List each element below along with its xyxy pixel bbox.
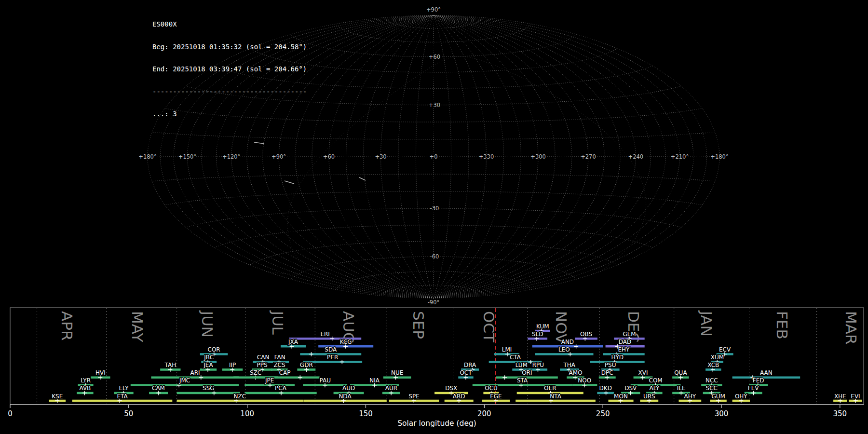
shower-label: JXA <box>288 339 298 345</box>
shower-peak-marker <box>574 344 578 349</box>
shower-label: NOO <box>578 377 591 384</box>
shower-label: DKD <box>599 385 612 392</box>
month-label: MAY <box>129 311 146 342</box>
shower-label: ETA <box>117 393 128 400</box>
galactic-plane-line <box>267 56 646 274</box>
pole-label-south: -90° <box>428 299 440 306</box>
month-label: APR <box>58 311 76 340</box>
activity-timeline: APRMAYJUNJULAUGSEPOCTNOVDECJANFEBMARKUME… <box>8 308 864 428</box>
shower-label: JMC <box>179 377 190 384</box>
shower-label: AMO <box>569 369 583 376</box>
shower-label: ARD <box>453 393 465 400</box>
shower-label: ORI <box>522 369 532 376</box>
lon-label: +60 <box>323 153 335 160</box>
shower-label: GUM <box>711 393 725 400</box>
lon-label: +210° <box>671 153 689 160</box>
shower-label: KSE <box>52 393 63 400</box>
shower-peak-marker <box>502 375 507 380</box>
month-label: JAN <box>698 310 715 337</box>
shower-label: NDA <box>339 393 352 400</box>
lon-label: +300 <box>530 153 546 160</box>
month-label: MAR <box>842 311 860 345</box>
month-label: FEB <box>773 311 791 339</box>
shower-label: FAN <box>274 354 285 361</box>
shower-label: AND <box>561 339 574 345</box>
lat-label: +30 <box>429 102 440 108</box>
shower-label: ELY <box>119 385 129 392</box>
station-code: ES000X <box>152 21 307 28</box>
shower-label: THA <box>563 362 576 368</box>
shower-label: TAH <box>164 362 176 368</box>
shower-label: FED <box>753 377 764 384</box>
grid-meridian <box>434 15 604 298</box>
shower-label: PAU <box>319 377 330 384</box>
shower-label: OCU <box>485 385 498 392</box>
shower-peak-marker <box>298 375 302 380</box>
observation-info-block: ES000X Beg: 20251018 01:35:32 (sol = 204… <box>152 6 307 133</box>
lon-label: +120° <box>222 153 240 160</box>
grid-meridian <box>434 15 572 298</box>
meteor-streak <box>254 142 264 144</box>
shower-label: KCG <box>340 339 352 345</box>
shower-label: AUR <box>385 385 397 392</box>
shower-label: EHY <box>618 346 630 353</box>
shower-label: AAN <box>760 369 773 376</box>
shower-label: PCA <box>275 385 287 392</box>
shower-label: NZC <box>234 393 246 400</box>
shower-label: DAD <box>619 339 631 345</box>
shower-label: SPE <box>408 393 419 400</box>
shower-label: AHY <box>684 393 696 400</box>
shower-label: JPE <box>265 377 274 384</box>
shower-label: XVI <box>638 369 648 376</box>
shower-label: QUA <box>674 369 687 376</box>
shower-label: PSU <box>605 362 616 368</box>
lon-label: +270 <box>581 153 596 160</box>
shower-label: NCC <box>705 377 718 384</box>
shower-label: NTA <box>550 393 561 400</box>
shower-label: DRA <box>464 362 476 368</box>
shower-label: GDR <box>300 362 313 368</box>
shower-peak-marker <box>309 352 313 356</box>
lon-label: +180° <box>710 153 728 160</box>
shower-label: LYR <box>81 377 91 384</box>
shower-label: CAM <box>152 385 165 392</box>
month-label: JUL <box>269 310 286 335</box>
axis-tick-label: 100 <box>240 409 254 418</box>
shower-label: CAN <box>257 354 270 361</box>
grid-meridian <box>434 15 521 298</box>
shower-label: XHE <box>834 393 846 400</box>
shower-label: OCT <box>460 369 472 376</box>
lon-label: +150° <box>178 153 196 160</box>
axis-tick-label: 250 <box>596 409 610 418</box>
shower-label: SZC <box>250 369 261 376</box>
shower-label: OHY <box>735 393 747 400</box>
shower-label: DSX <box>445 385 457 392</box>
shower-label: XCB <box>707 362 719 368</box>
lat-label: +60 <box>429 54 440 60</box>
shower-label: ILE <box>677 385 686 392</box>
lon-label: +330 <box>479 153 494 160</box>
shower-label: SLD <box>532 331 543 338</box>
shower-label: MON <box>614 393 628 400</box>
shower-label: ARI <box>190 369 200 376</box>
pole-label-north: +90° <box>426 6 441 13</box>
lat-label: -60 <box>430 253 439 260</box>
axis-tick-label: 0 <box>8 409 13 418</box>
axis-title: Solar longitude (deg) <box>397 419 476 428</box>
lat-label: -30 <box>430 205 439 212</box>
lon-label: +240 <box>628 153 644 160</box>
shower-label: EVI <box>851 393 860 400</box>
shower-label: AUD <box>342 385 355 392</box>
shower-label: CAP <box>279 369 291 376</box>
shower-label: STA <box>517 377 528 384</box>
shower-label: NIA <box>369 377 380 384</box>
shower-label: LMI <box>502 346 512 353</box>
shower-label: COM <box>649 377 663 384</box>
shower-label: URS <box>643 393 655 400</box>
shower-label: IIP <box>229 362 236 368</box>
shower-label: HYD <box>611 354 624 361</box>
shower-label: LEO <box>558 346 570 353</box>
grid-meridian <box>381 15 434 298</box>
shower-label: HVI <box>95 369 106 376</box>
lon-label: +180° <box>138 153 156 160</box>
